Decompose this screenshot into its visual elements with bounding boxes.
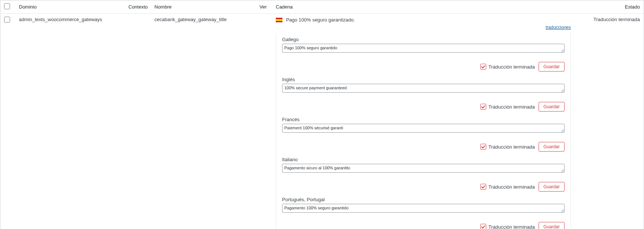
lang-block: InglésTraducción terminadaGuardar: [282, 77, 565, 112]
traducciones-link[interactable]: traducciones: [276, 25, 577, 30]
status-label: Traducción terminada: [488, 184, 535, 190]
status-check-wrap[interactable]: Traducción terminada: [480, 104, 535, 110]
save-button[interactable]: Guardar: [539, 62, 565, 72]
header-dominio: Dominio: [19, 4, 128, 10]
translation-textarea[interactable]: [282, 164, 565, 173]
translation-complete-checkbox[interactable]: [480, 144, 486, 150]
cell-contexto: [128, 17, 154, 229]
lang-label: Inglés: [282, 77, 565, 82]
save-button[interactable]: Guardar: [539, 182, 565, 192]
select-all-checkbox[interactable]: [4, 3, 10, 9]
actions-row: Traducción terminadaGuardar: [282, 182, 565, 192]
translation-table: Dominio Contexto Nombre Ver Cadena Estad…: [0, 0, 644, 229]
header-cadena: Cadena: [276, 4, 577, 10]
header-contexto: Contexto: [128, 4, 154, 10]
table-header: Dominio Contexto Nombre Ver Cadena Estad…: [0, 0, 644, 14]
status-label: Traducción terminada: [488, 64, 535, 70]
cell-ver: [259, 17, 276, 229]
status-check-wrap[interactable]: Traducción terminada: [480, 64, 535, 70]
save-button[interactable]: Guardar: [539, 142, 565, 152]
table-row: admin_texts_woocommerce_gateways cecaban…: [0, 14, 644, 229]
status-label: Traducción terminada: [488, 104, 535, 110]
actions-row: Traducción terminadaGuardar: [282, 62, 565, 72]
lang-block: ItalianoTraducción terminadaGuardar: [282, 157, 565, 192]
header-nombre: Nombre: [154, 4, 259, 10]
status-check-wrap[interactable]: Traducción terminada: [480, 144, 535, 150]
header-estado: Estado: [577, 4, 640, 10]
lang-block: FrancésTraducción terminadaGuardar: [282, 117, 565, 152]
translation-textarea[interactable]: [282, 124, 565, 133]
cell-dominio: admin_texts_woocommerce_gateways: [19, 17, 128, 229]
actions-row: Traducción terminadaGuardar: [282, 102, 565, 112]
actions-row: Traducción terminadaGuardar: [282, 142, 565, 152]
translations-panel: GallegoTraducción terminadaGuardarInglés…: [276, 33, 571, 229]
translation-complete-checkbox[interactable]: [480, 104, 486, 110]
spain-flag-icon: [276, 18, 282, 22]
lang-label: Gallego: [282, 37, 565, 42]
translation-textarea[interactable]: [282, 84, 565, 93]
status-check-wrap[interactable]: Traducción terminada: [480, 184, 535, 190]
source-string: Pago 100% seguro garantizado.: [286, 17, 355, 23]
lang-label: Portugués, Portugal: [282, 197, 565, 202]
translation-textarea[interactable]: [282, 204, 565, 213]
cell-estado: Traducción terminada: [577, 17, 640, 229]
save-button[interactable]: Guardar: [539, 222, 565, 229]
status-label: Traducción terminada: [488, 224, 535, 229]
cell-cadena: Pago 100% seguro garantizado. traduccion…: [276, 17, 577, 229]
actions-row: Traducción terminadaGuardar: [282, 222, 565, 229]
status-check-wrap[interactable]: Traducción terminada: [480, 224, 535, 229]
translation-complete-checkbox[interactable]: [480, 184, 486, 190]
status-label: Traducción terminada: [488, 144, 535, 150]
lang-label: Italiano: [282, 157, 565, 162]
lang-block: Portugués, PortugalTraducción terminadaG…: [282, 197, 565, 229]
translation-complete-checkbox[interactable]: [480, 224, 486, 229]
header-ver: Ver: [259, 4, 276, 10]
row-checkbox[interactable]: [4, 17, 10, 23]
cell-nombre: cecabank_gateway_gateway_title: [154, 17, 259, 229]
lang-block: GallegoTraducción terminadaGuardar: [282, 37, 565, 72]
translation-textarea[interactable]: [282, 44, 565, 53]
translation-complete-checkbox[interactable]: [480, 64, 486, 70]
save-button[interactable]: Guardar: [539, 102, 565, 112]
lang-label: Francés: [282, 117, 565, 122]
